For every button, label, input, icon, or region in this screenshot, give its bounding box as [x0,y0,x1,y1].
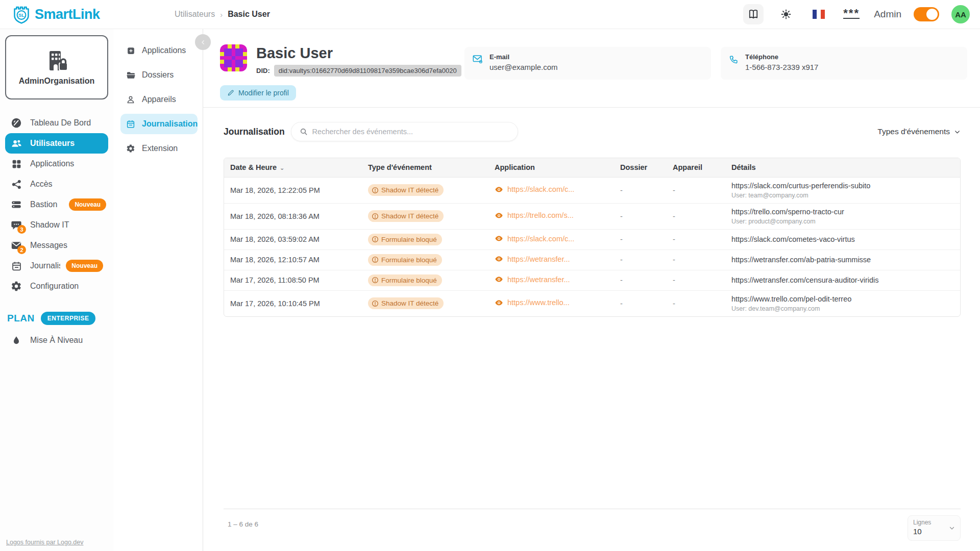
sidebar-item-label: Applications [30,159,74,168]
appareil-value: - [673,212,675,220]
sidebar-item-tableau-de-bord[interactable]: Tableau De Bord [5,113,108,133]
top-header: SL SmartLink Utilisateurs › Basic User [0,0,980,29]
did-label: DID: [256,67,270,74]
subnav-item-extension[interactable]: Extension [120,138,198,159]
sidebar-item-utilisateurs[interactable]: Utilisateurs [5,133,108,154]
organisation-name: AdminOrganisation [19,77,94,86]
application-link[interactable]: https://wetransfer... [495,275,570,284]
subnav-item-label: Appareils [142,95,176,104]
sidebar-item-shadow-it[interactable]: 3 Shadow IT [5,215,108,235]
plan-enterprise-badge[interactable]: ENTERPRISE [41,312,96,325]
sidebar-item-label: Messages [30,241,67,250]
secondary-subnav: Applications Dossiers Appareils Journali… [113,29,203,551]
table-row[interactable]: Mar 17, 2026, 10:10:45 PM Shadow IT déte… [224,290,960,316]
did-value[interactable]: did:vaultys:01662770d69d81109817e359bcae… [274,65,461,77]
sort-chevron-icon: ⌄ [280,165,284,171]
sidebar-item-bastion[interactable]: Bastion Nouveau [5,194,108,215]
admin-mode-toggle[interactable] [914,7,939,21]
contact-cards: E-mail user@example.com Téléphone 1-566-… [464,47,967,107]
theme-sun-icon[interactable] [776,4,796,24]
application-link[interactable]: https://slack.com/c... [495,185,574,194]
building-lock-icon [43,49,70,72]
logo-provider-link[interactable]: Logos fournis par Logo.dev [6,539,84,546]
sidebar-item-label: Bastion [30,200,57,209]
event-type-badge: Formulaire bloqué [368,274,442,286]
password-dots-icon[interactable]: *** [841,4,862,24]
sidebar-item-acces[interactable]: Accès [5,174,108,194]
table-row[interactable]: Mar 17, 2026, 11:08:50 PM Formulaire blo… [224,270,960,290]
eye-icon [495,275,503,284]
event-detail-url: https://wetransfer.com/censura-auditor-v… [731,276,954,284]
sidebar-item-journalisation[interactable]: Journalisation Nouveau [5,256,108,276]
appareil-value: - [673,276,675,284]
sidebar-item-mise-a-niveau[interactable]: Mise À Niveau [5,330,108,350]
subnav-item-label: Journalisation [142,119,198,129]
event-date: Mar 17, 2026, 10:10:45 PM [230,299,320,308]
subnav-item-journalisation[interactable]: Journalisation [120,114,198,134]
event-type-badge: Shadow IT détecté [368,297,444,309]
edit-profile-button[interactable]: Modifier le profil [220,85,296,101]
nouveau-badge: Nouveau [66,260,103,272]
messages-count-badge: 2 [17,245,26,254]
subnav-item-dossiers[interactable]: Dossiers [120,65,198,85]
sidebar-item-configuration[interactable]: Configuration [5,276,108,296]
organisation-card[interactable]: AdminOrganisation [5,35,108,99]
column-date-heure[interactable]: Date & Heure⌄ [224,158,362,177]
dossier-value: - [620,186,623,194]
application-link[interactable]: https://www.trello... [495,298,570,307]
rows-label: Lignes [913,519,931,526]
table-row[interactable]: Mar 18, 2026, 08:18:36 AM Shadow IT déte… [224,203,960,229]
phone-label: Téléphone [745,53,818,61]
sidebar-item-label: Utilisateurs [30,139,75,148]
droplet-icon [10,334,22,346]
search-input[interactable] [312,128,509,136]
appareil-value: - [673,186,675,194]
column-type-evenement: Type d'événement [362,158,488,177]
sidebar-item-label: Accès [30,180,53,189]
event-detail-user: User: dev.team@company.com [731,305,954,312]
event-type-badge: Shadow IT détecté [368,184,444,196]
subnav-item-appareils[interactable]: Appareils [120,89,198,110]
shield-logo-icon: SL [12,4,31,24]
toggle-knob [926,9,938,20]
phone-value: 1-566-873-2339 x917 [745,63,818,71]
appareil-value: - [673,235,675,243]
event-detail-url: https://slack.com/curtus-perferendis-sub… [731,182,954,190]
journal-section: Journalisation Types d'événements [203,108,980,541]
dossier-value: - [620,276,623,284]
docs-book-icon[interactable] [743,4,764,24]
breadcrumb-parent[interactable]: Utilisateurs [175,10,215,19]
table-row[interactable]: Mar 18, 2026, 03:59:02 AM Formulaire blo… [224,229,960,249]
table-row[interactable]: Mar 18, 2026, 12:22:05 PM Shadow IT déte… [224,177,960,203]
dossier-value: - [620,235,623,243]
subnav-item-applications[interactable]: Applications [120,40,198,61]
sidebar-item-label: Journalisation [30,261,60,270]
email-envelope-icon [473,55,483,64]
event-types-filter[interactable]: Types d'événements [877,127,961,136]
event-type-badge: Shadow IT détecté [368,210,444,222]
sidebar-item-label: Mise À Niveau [30,336,83,345]
pagination-range: 1 – 6 de 6 [228,520,258,528]
rows-per-page-select[interactable]: Lignes 10 [908,515,961,541]
brand-logo[interactable]: SL SmartLink [12,4,120,24]
event-detail-user: User: team@company.com [731,192,954,199]
collapse-panel-button[interactable] [195,34,211,50]
subnav-item-label: Applications [142,46,186,55]
mail-icon: 2 [10,239,22,252]
application-link[interactable]: https://wetransfer... [495,255,570,263]
application-link[interactable]: https://trello.com/s... [495,211,574,220]
breadcrumb-current: Basic User [228,10,270,19]
table-row[interactable]: Mar 18, 2026, 12:10:57 AM Formulaire blo… [224,249,960,270]
alert-circle-icon [372,213,379,220]
device-user-icon [126,94,136,105]
event-date: Mar 18, 2026, 08:18:36 AM [230,212,320,220]
language-flag-icon[interactable] [808,4,829,24]
sidebar-item-messages[interactable]: 2 Messages [5,235,108,256]
event-detail-url: https://slack.com/cometes-vaco-virtus [731,235,954,243]
dossier-value: - [620,212,623,220]
sidebar-item-applications[interactable]: Applications [5,154,108,174]
brand-name: SmartLink [35,7,100,22]
user-avatar[interactable]: AA [951,5,970,23]
application-link[interactable]: https://slack.com/c... [495,234,574,243]
dossier-value: - [620,299,623,308]
